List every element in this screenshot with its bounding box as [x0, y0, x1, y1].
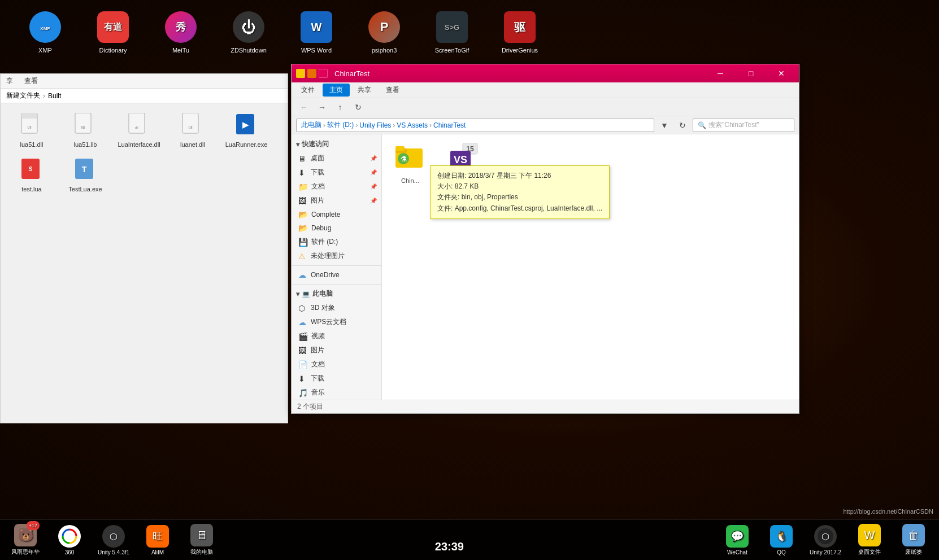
test-lua-icon: S: [18, 156, 45, 183]
window-title: ChinarTest: [334, 69, 369, 78]
file-lua51-lib[interactable]: lib lua51.lib: [63, 112, 108, 148]
search-bar[interactable]: 🔍 搜索"ChinarTest": [693, 119, 794, 132]
sidebar-debug[interactable]: 📂 Debug: [292, 221, 381, 235]
this-pc-label: 此电脑: [312, 289, 333, 299]
close-button[interactable]: ✕: [768, 64, 794, 82]
taskbar-qq[interactable]: 🐧 QQ: [762, 523, 801, 558]
back-button[interactable]: ←: [296, 100, 312, 114]
file-explorer-body: ▾ 快速访问 🖥 桌面 📌 ⬇ 下载 📌 📁 文档 📌 🖼 图片 �: [292, 134, 799, 400]
file-luanet-dll[interactable]: dll luanet.dll: [170, 112, 215, 148]
unity5-icon: ⬡: [102, 525, 125, 548]
clock-time: 23:39: [435, 540, 464, 553]
svg-rect-9: [182, 113, 198, 133]
taskbar: 🐻 +17 风雨思年华 360 ⬡ Unity 5.4.3f1 旺: [0, 519, 939, 560]
content-chinar-folder[interactable]: ⚗ Chin...: [388, 140, 433, 187]
qq-icon: 🐧: [770, 525, 793, 548]
tooltip-date: 创建日期: 2018/3/7 星期三 下午 11:26: [437, 170, 602, 181]
my-computer-label: 我的电脑: [190, 548, 213, 556]
sidebar-videos-label: 视频: [311, 331, 325, 341]
sidebar-divider1: [292, 265, 381, 266]
csdn-url: http://blog.csdn.net/ChinarCSDN: [843, 508, 933, 515]
desktop-icon-driver-genius[interactable]: 驱 DriverGenius: [497, 11, 542, 54]
file-luarunner-exe[interactable]: ▶ LuaRunner.exe: [224, 112, 269, 148]
forward-button[interactable]: →: [314, 100, 330, 114]
sidebar-unprocessed[interactable]: ⚠ 未处理图片: [292, 249, 381, 263]
sidebar-download[interactable]: ⬇ 下载 📌: [292, 165, 381, 180]
fengyusi-icon: 🐻 +17: [14, 524, 37, 546]
screentogif-icon: S>G: [436, 11, 468, 43]
this-pc-icon: 💻: [302, 290, 310, 298]
wps-word-icon: W: [301, 11, 332, 43]
desktop-icon-xmp[interactable]: XMP XMP: [23, 11, 68, 54]
taskbar-fengyusi[interactable]: 🐻 +17 风雨思年华: [6, 522, 45, 558]
desktop-icon-dictionary[interactable]: 有道 Dictionary: [90, 11, 136, 54]
file-explorer-menubar: 文件 主页 共享 查看: [292, 82, 799, 98]
taskbar-trash[interactable]: 🗑 废纸篓: [894, 522, 933, 558]
sidebar-docs[interactable]: 📄 文档: [292, 357, 381, 371]
file-luainterface-dll[interactable]: dll LuaInterface.dll: [116, 112, 162, 148]
sidebar-onedrive-label: OneDrive: [311, 271, 340, 279]
taskbar-wechat[interactable]: 💬 WeChat: [718, 523, 757, 558]
sidebar-complete-label: Complete: [311, 211, 340, 218]
file-explorer-titlebar: ChinarTest ─ □ ✕: [292, 64, 799, 82]
driver-genius-icon: 驱: [504, 11, 536, 43]
meitu-icon: 秀: [165, 11, 197, 43]
desktop-icon-screentogif[interactable]: S>G ScreenToGif: [429, 11, 475, 54]
sidebar-music[interactable]: 🎵 音乐: [292, 386, 381, 400]
address-refresh[interactable]: ↻: [675, 119, 690, 132]
sidebar-documents[interactable]: 📁 文档 📌: [292, 180, 381, 194]
desktop-icon-wps-word[interactable]: W WPS Word: [294, 11, 339, 54]
menu-file[interactable]: 文件: [294, 84, 321, 97]
onedrive-icon: ☁: [298, 270, 307, 279]
address-bar[interactable]: 此电脑 › 软件 (D:) › Unity Files › VS Assets …: [296, 119, 654, 132]
360-label: 360: [65, 549, 75, 555]
quick-access-label: 快速访问: [302, 139, 329, 149]
sidebar-downloads[interactable]: ⬇ 下载: [292, 371, 381, 386]
download-sidebar-icon: ⬇: [298, 168, 307, 177]
svg-rect-19: [395, 146, 405, 151]
taskbar-unity-5[interactable]: ⬡ Unity 5.4.3f1: [94, 523, 133, 558]
sidebar-onedrive[interactable]: ☁ OneDrive: [292, 268, 381, 282]
desktop-icon-meitu[interactable]: 秀 MeiTu: [158, 11, 203, 54]
svg-rect-3: [21, 113, 37, 119]
sidebar-software-d[interactable]: 💾 软件 (D:): [292, 235, 381, 249]
titlebar-icon-pink: [319, 69, 328, 78]
file-explorer-statusbar: 2 个项目: [292, 400, 799, 413]
file-lua51-dll[interactable]: dll lua51.dll: [9, 112, 54, 148]
menu-share[interactable]: 共享: [351, 84, 378, 97]
taskbar-aliim[interactable]: 旺 AliIM: [138, 523, 177, 558]
taskbar-desktop-files[interactable]: W 桌面文件: [850, 522, 889, 558]
refresh-button[interactable]: ↻: [350, 100, 366, 114]
sidebar-complete[interactable]: 📂 Complete: [292, 208, 381, 221]
search-icon: 🔍: [698, 121, 706, 129]
svg-text:S: S: [29, 166, 33, 172]
quick-access-header[interactable]: ▾ 快速访问: [292, 137, 381, 151]
sidebar-pictures[interactable]: 🖼 图片 📌: [292, 194, 381, 208]
desktop-icon-psiphon3[interactable]: P psiphon3: [362, 11, 407, 54]
sidebar-desktop[interactable]: 🖥 桌面 📌: [292, 151, 381, 165]
docs-icon: 📄: [298, 360, 308, 369]
minimize-button[interactable]: ─: [707, 64, 733, 82]
sidebar-3d-objects[interactable]: ⬡ 3D 对象: [292, 301, 381, 315]
menu-home[interactable]: 主页: [323, 84, 350, 97]
sidebar-documents-label: 文档: [311, 182, 325, 191]
sidebar-wps-cloud[interactable]: ☁ WPS云文档: [292, 315, 381, 329]
wechat-label: WeChat: [727, 549, 747, 555]
file-testlua-exe[interactable]: T TestLua.exe: [63, 156, 108, 193]
taskbar-360[interactable]: 360: [50, 523, 89, 558]
file-test-lua[interactable]: S test.lua: [9, 156, 54, 193]
lua51-lib-label: lua51.lib: [74, 141, 97, 148]
svg-text:T: T: [82, 165, 87, 174]
maximize-button[interactable]: □: [738, 64, 764, 82]
sidebar-videos[interactable]: 🎬 视频: [292, 329, 381, 343]
taskbar-my-computer[interactable]: 🖥 我的电脑: [182, 522, 221, 558]
address-dropdown[interactable]: ▼: [657, 119, 672, 132]
menu-view[interactable]: 查看: [379, 84, 406, 97]
luainterface-icon: dll: [125, 112, 153, 139]
taskbar-unity-2017[interactable]: ⬡ Unity 2017.2: [806, 523, 845, 558]
sidebar-images[interactable]: 🖼 图片: [292, 343, 381, 357]
this-pc-header[interactable]: ▾ 💻 此电脑: [292, 287, 381, 301]
up-button[interactable]: ↑: [332, 100, 348, 114]
desktop-icon-zdshutdown[interactable]: ⏻ ZDShutdown: [226, 11, 271, 54]
breadcrumb-drive: 软件 (D:): [327, 120, 354, 130]
